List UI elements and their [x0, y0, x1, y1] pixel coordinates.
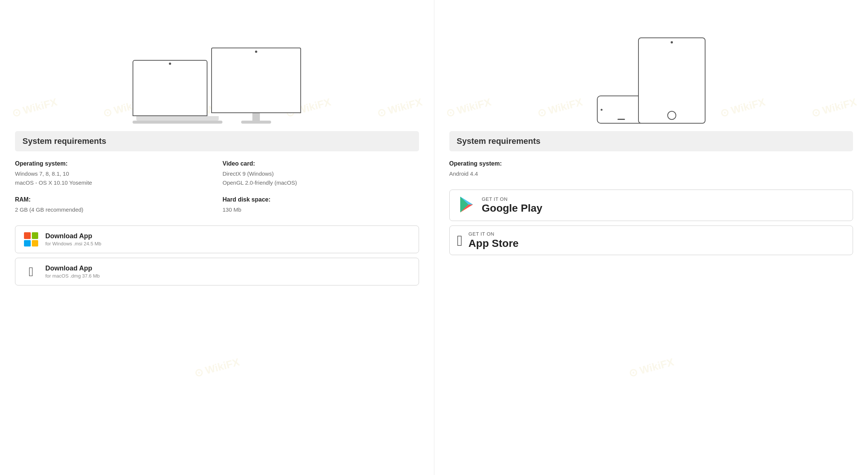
requirements-grid-left: Operating system: Windows 7, 8, 8.1, 10 … — [15, 160, 419, 214]
windows-btn-subtitle: for Windows .msi 24.5 Mb — [45, 241, 101, 246]
sys-req-title-right: System requirements — [457, 136, 846, 146]
google-play-big-text: Google Play — [482, 203, 543, 214]
os-value: Windows 7, 8, 8.1, 10 macOS - OS X 10.10… — [15, 169, 211, 187]
hard-disk-label: Hard disk space: — [222, 196, 419, 203]
windows-btn-title: Download App — [45, 232, 101, 240]
video-card-item: Video card: DirectX 9 (Windows) OpenGL 2… — [222, 160, 419, 187]
os-label-right: Operating system: — [449, 160, 853, 167]
app-store-small-text: GET IT ON — [468, 231, 519, 237]
download-mac-button[interactable]:  Download App for macOS .dmg 37.6 Mb — [15, 258, 419, 285]
sys-req-title-left: System requirements — [22, 136, 412, 146]
download-windows-button[interactable]: Download App for Windows .msi 24.5 Mb — [15, 226, 419, 253]
desktop-illustration — [15, 11, 419, 124]
sys-req-header-left: System requirements — [15, 131, 419, 151]
tablet-icon — [638, 37, 705, 124]
mac-btn-text: Download App for macOS .dmg 37.6 Mb — [45, 264, 100, 279]
os-item-right: Operating system: Android 4.4 — [449, 160, 853, 178]
google-play-small-text: GET IT ON — [482, 196, 543, 202]
sys-req-header-right: System requirements — [449, 131, 853, 151]
os-label: Operating system: — [15, 160, 211, 167]
os-item: Operating system: Windows 7, 8, 8.1, 10 … — [15, 160, 211, 187]
monitor-icon — [211, 48, 301, 124]
laptop-icon — [133, 60, 222, 124]
video-card-label: Video card: — [222, 160, 419, 167]
app-store-big-text: App Store — [468, 238, 519, 249]
google-play-text: GET IT ON Google Play — [482, 196, 543, 214]
google-play-button[interactable]: GET IT ON Google Play — [449, 190, 853, 221]
windows-btn-text: Download App for Windows .msi 24.5 Mb — [45, 232, 101, 246]
hard-disk-value: 130 Mb — [222, 205, 419, 214]
left-panel: ⊙ WikiFX ⊙ WikiFX ⊙ WikiFX ⊙ WikiFX ⊙ Wi… — [0, 0, 434, 475]
os-value-right: Android 4.4 — [449, 169, 853, 178]
ram-item: RAM: 2 GB (4 GB recommended) — [15, 196, 211, 214]
app-store-button[interactable]:  GET IT ON App Store — [449, 226, 853, 255]
apple-icon:  — [23, 263, 39, 280]
mac-btn-title: Download App — [45, 264, 100, 272]
right-panel: ⊙ WikiFX ⊙ WikiFX ⊙ WikiFX ⊙ WikiFX ⊙ Wi… — [434, 0, 868, 475]
left-panel-content: System requirements Operating system: Wi… — [15, 11, 419, 285]
ram-label: RAM: — [15, 196, 211, 203]
hard-disk-item: Hard disk space: 130 Mb — [222, 196, 419, 214]
mobile-illustration — [449, 11, 853, 124]
main-container: ⊙ WikiFX ⊙ WikiFX ⊙ WikiFX ⊙ WikiFX ⊙ Wi… — [0, 0, 868, 475]
windows-icon — [23, 231, 39, 248]
app-store-text: GET IT ON App Store — [468, 231, 519, 249]
video-card-value: DirectX 9 (Windows) OpenGL 2.0-friendly … — [222, 169, 419, 187]
app-store-apple-icon:  — [457, 233, 463, 248]
right-panel-content: System requirements Operating system: An… — [449, 11, 853, 255]
ram-value: 2 GB (4 GB recommended) — [15, 205, 211, 214]
google-play-icon — [457, 195, 476, 215]
requirements-right: Operating system: Android 4.4 — [449, 160, 853, 178]
mac-btn-subtitle: for macOS .dmg 37.6 Mb — [45, 273, 100, 279]
